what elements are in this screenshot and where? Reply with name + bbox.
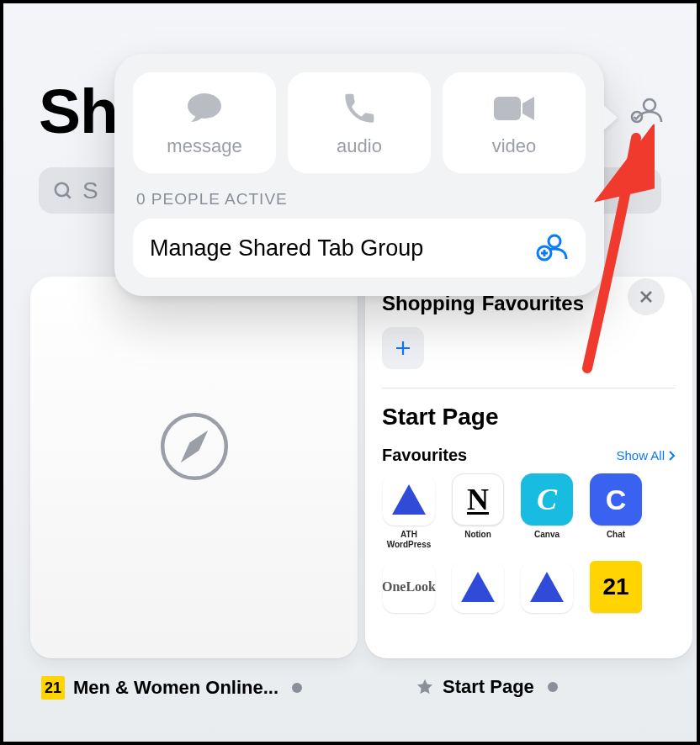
message-label: message <box>167 135 241 157</box>
manage-shared-tab-group-button[interactable]: Manage Shared Tab Group <box>133 219 586 277</box>
twentyone-icon: 21 <box>590 561 642 613</box>
triangle-icon <box>521 561 573 613</box>
svg-marker-5 <box>176 426 212 467</box>
onelook-icon: OneLook <box>383 561 435 613</box>
safari-compass-icon <box>156 409 232 488</box>
favourite-ath-wordpress[interactable]: ATH WordPress <box>382 473 436 549</box>
favourites-row-1: ATH WordPress N Notion C Canva C Chat <box>382 473 676 549</box>
tab-caption-left-label: Men & Women Online... <box>73 677 278 699</box>
show-all-link[interactable]: Show All <box>616 448 676 462</box>
plus-icon <box>393 338 413 358</box>
screenshot-stage: Sh S Shopping Favourites <box>0 0 700 745</box>
video-button[interactable]: video <box>443 72 586 173</box>
tab-tile-left[interactable] <box>30 277 358 658</box>
start-page-content: Shopping Favourites Start Page Favourite… <box>365 277 692 628</box>
video-label: video <box>492 135 537 157</box>
svg-point-0 <box>56 182 68 195</box>
favourite-notion[interactable]: N Notion <box>451 473 505 549</box>
audio-button[interactable]: audio <box>288 72 431 173</box>
share-popover: message audio video 0 PEOPLE ACTIVE Mana… <box>114 54 604 296</box>
start-page-title: Start Page <box>382 404 676 431</box>
favourites-row-2: OneLook 21 <box>382 561 676 613</box>
triangle-icon <box>452 561 504 613</box>
people-active-status: 0 PEOPLE ACTIVE <box>136 190 582 209</box>
favourite-chat[interactable]: C Chat <box>589 473 643 549</box>
audio-label: audio <box>337 135 382 157</box>
search-placeholder: S <box>82 177 98 204</box>
chevron-right-icon <box>667 451 676 461</box>
add-favourite-button[interactable] <box>382 327 424 369</box>
phone-icon <box>342 88 376 129</box>
favourite-tri-3[interactable] <box>520 561 574 613</box>
svg-point-10 <box>188 93 221 119</box>
add-person-icon <box>535 230 569 267</box>
chat-icon: C <box>590 473 642 526</box>
tab-caption-right-label: Start Page <box>443 676 534 698</box>
svg-line-1 <box>66 193 71 198</box>
manage-label: Manage Shared Tab Group <box>150 235 423 262</box>
canva-icon: C <box>521 473 573 526</box>
star-icon <box>416 678 434 696</box>
close-icon <box>638 288 655 305</box>
favourite-tri-2[interactable] <box>451 561 505 613</box>
presence-dot <box>548 682 558 692</box>
svg-point-2 <box>644 99 655 111</box>
favourite-21[interactable]: 21 <box>589 561 643 613</box>
video-icon <box>492 88 536 129</box>
page-title: Sh <box>39 75 118 147</box>
favourite-canva[interactable]: C Canva <box>520 473 574 549</box>
close-tab-button[interactable] <box>628 278 665 315</box>
svg-rect-11 <box>494 97 521 120</box>
favourite-onelook[interactable]: OneLook <box>382 561 436 613</box>
divider <box>382 388 676 388</box>
site-badge-21: 21 <box>41 676 65 700</box>
tab-caption-left[interactable]: 21 Men & Women Online... <box>41 676 302 700</box>
search-icon <box>52 180 74 202</box>
triangle-icon <box>383 473 435 526</box>
notion-icon: N <box>452 473 504 526</box>
share-actions-row: message audio video <box>133 72 586 173</box>
collaboration-button[interactable] <box>628 92 665 129</box>
message-icon <box>184 88 225 129</box>
svg-point-12 <box>549 235 560 247</box>
tab-tile-start-page[interactable]: Shopping Favourites Start Page Favourite… <box>365 277 692 658</box>
tab-caption-right[interactable]: Start Page <box>416 676 558 698</box>
favourites-heading: Favourites <box>382 446 467 465</box>
presence-dot <box>292 683 302 693</box>
message-button[interactable]: message <box>133 72 276 173</box>
